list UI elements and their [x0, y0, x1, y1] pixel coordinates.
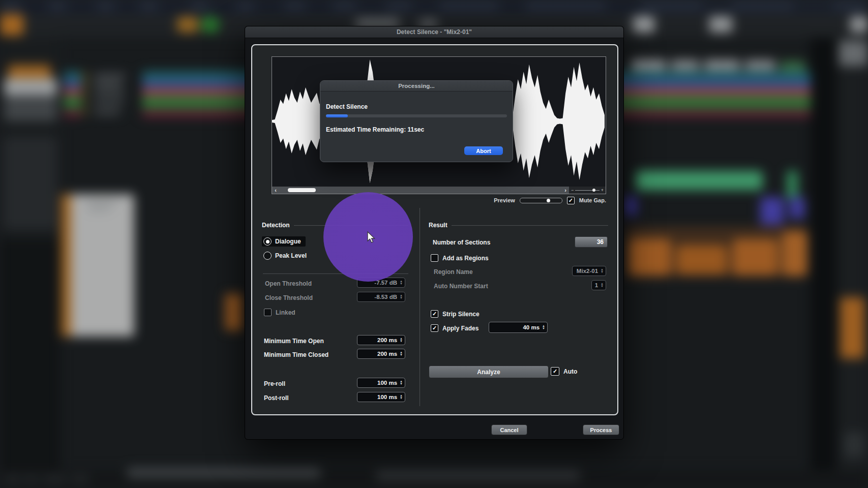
stepper-icon[interactable]: ▲▼: [400, 380, 403, 385]
eta-label: Estimated Time Remaining: 11sec: [326, 126, 424, 133]
waveform-scrollbar[interactable]: ‹ › − +: [272, 187, 606, 194]
radio-peak-level-icon: [263, 252, 272, 260]
min-time-open-field[interactable]: 200 ms ▲▼: [357, 335, 405, 345]
pre-roll-label: Pre-roll: [264, 380, 285, 387]
zoom-slider[interactable]: [575, 190, 599, 191]
pre-roll-field[interactable]: 100 ms ▲▼: [357, 378, 405, 388]
apply-fades-label: Apply Fades: [442, 325, 478, 332]
process-button[interactable]: Process: [583, 424, 619, 435]
auto-analyze-row[interactable]: ✓ Auto: [551, 367, 577, 376]
progress-bar-fill: [326, 114, 348, 117]
zoom-slider-handle[interactable]: [592, 189, 595, 192]
processing-title: Processing...: [320, 81, 513, 92]
preview-label: Preview: [494, 197, 515, 203]
strip-silence-checkbox[interactable]: ✓: [431, 310, 438, 318]
close-threshold-label: Close Threshold: [265, 294, 313, 301]
stepper-icon[interactable]: ▲▼: [400, 294, 403, 299]
strip-silence-row[interactable]: ✓ Strip Silence: [431, 310, 480, 318]
scrollbar-thumb[interactable]: [288, 188, 316, 192]
auto-label: Auto: [563, 368, 577, 375]
strip-silence-label: Strip Silence: [442, 311, 480, 318]
apply-fades-checkbox[interactable]: ✓: [431, 324, 438, 332]
auto-number-start-label: Auto Number Start: [434, 283, 488, 290]
stepper-icon[interactable]: ▲▼: [542, 325, 545, 330]
preview-slider[interactable]: [520, 198, 562, 203]
number-of-sections-label: Number of Sections: [433, 239, 490, 246]
mute-gap-checkbox[interactable]: ✓: [567, 197, 575, 204]
processing-dialog: Processing... Detect Silence Estimated T…: [320, 80, 513, 162]
preview-row: Preview ✓ Mute Gap.: [466, 196, 606, 204]
analyze-button[interactable]: Analyze: [429, 365, 549, 378]
close-threshold-field[interactable]: -8.53 dB ▲▼: [357, 292, 405, 302]
result-header: Result: [429, 222, 447, 229]
stepper-icon[interactable]: ▲▼: [601, 268, 604, 273]
zoom-in-icon[interactable]: +: [601, 188, 604, 193]
open-threshold-label: Open Threshold: [265, 280, 312, 287]
add-as-regions-checkbox[interactable]: [431, 254, 438, 262]
radio-dialogue-icon: [263, 237, 272, 246]
region-name-field[interactable]: Mix2-01 ▲▼: [572, 266, 606, 276]
waveform-zoom-control[interactable]: − +: [569, 187, 606, 194]
linked-checkbox[interactable]: [264, 309, 272, 316]
apply-fades-row[interactable]: ✓ Apply Fades: [431, 324, 478, 332]
zoom-out-icon[interactable]: −: [571, 188, 574, 193]
stepper-icon[interactable]: ▲▼: [400, 338, 403, 343]
min-time-open-label: Minimum Time Open: [264, 338, 324, 345]
progress-bar: [326, 114, 507, 117]
scroll-left-icon[interactable]: ‹: [272, 187, 279, 194]
min-time-closed-field[interactable]: 200 ms ▲▼: [357, 349, 405, 359]
post-roll-label: Post-roll: [264, 394, 289, 402]
stepper-icon[interactable]: ▲▼: [400, 280, 403, 285]
mute-gap-label: Mute Gap.: [579, 197, 606, 203]
apply-fades-field[interactable]: 40 ms ▲▼: [489, 322, 548, 333]
processing-task-label: Detect Silence: [326, 103, 368, 110]
auto-number-start-field[interactable]: 1 ▲▼: [591, 280, 606, 290]
detection-header: Detection: [262, 222, 290, 229]
scrollbar-track[interactable]: [279, 187, 562, 194]
mouse-cursor-icon: [366, 231, 378, 245]
preview-slider-handle[interactable]: [547, 199, 550, 202]
stepper-icon[interactable]: ▲▼: [400, 351, 403, 356]
radio-peak-level[interactable]: Peak Level: [263, 251, 307, 261]
abort-button[interactable]: Abort: [464, 146, 503, 155]
radio-dialogue[interactable]: Dialogue: [262, 236, 306, 247]
post-roll-field[interactable]: 100 ms ▲▼: [357, 392, 405, 402]
min-time-closed-label: Minimum Time Closed: [264, 351, 328, 358]
stepper-icon[interactable]: ▲▼: [400, 394, 403, 400]
linked-label: Linked: [276, 309, 295, 316]
number-of-sections-value: 36: [575, 236, 608, 248]
auto-checkbox[interactable]: ✓: [551, 367, 559, 376]
column-divider: [420, 208, 420, 406]
dialog-title: Detect Silence - "Mix2-01": [245, 26, 623, 38]
screen: Detect Silence - "Mix2-01" ‹ › − +: [0, 0, 868, 488]
add-as-regions-row[interactable]: Add as Regions: [431, 254, 489, 262]
region-name-label: Region Name: [434, 268, 473, 276]
cancel-button[interactable]: Cancel: [491, 424, 527, 435]
linked-checkbox-row[interactable]: Linked: [264, 308, 295, 317]
scroll-right-icon[interactable]: ›: [562, 187, 569, 194]
stepper-icon[interactable]: ▲▼: [601, 283, 604, 288]
add-as-regions-label: Add as Regions: [442, 255, 489, 262]
